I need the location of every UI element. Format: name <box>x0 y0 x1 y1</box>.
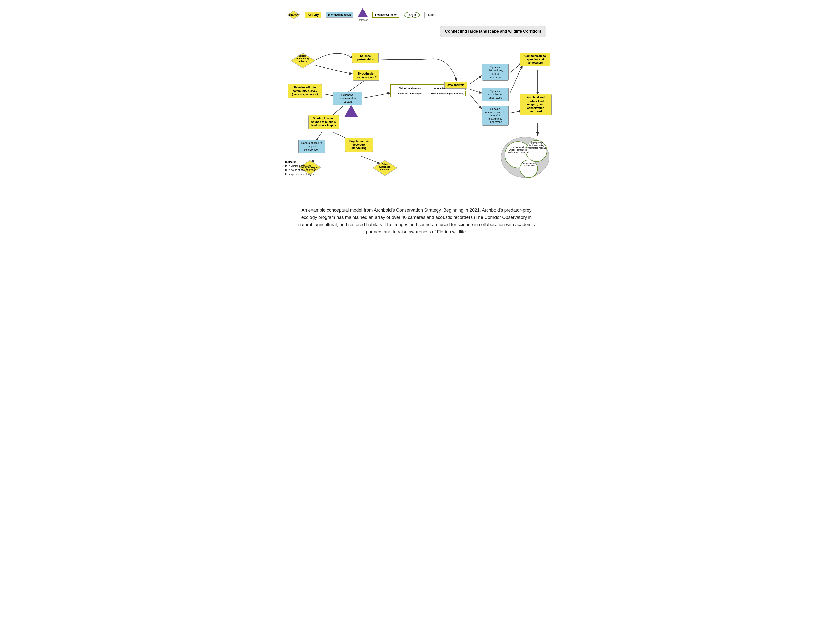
indicator-triangle <box>358 8 368 17</box>
legend-strategy-label: Strategy <box>288 13 299 16</box>
node-communicate: Communicate to agencies and landowners <box>520 53 550 66</box>
node-hypothesis: Hypothesis- driven science? <box>353 70 380 81</box>
svg-line-8 <box>470 94 482 109</box>
indicator-section: Indicator I Ia. # wildlife photo/year Ib… <box>285 160 315 176</box>
legend-activity: Activity <box>305 11 321 18</box>
node-expansive: Expansive, innovative data stream <box>333 92 362 105</box>
node-data-analysis: Data analysis <box>444 82 467 89</box>
biophysical-box: Biophysical factor <box>372 12 399 18</box>
target-box: Target <box>404 11 420 18</box>
legend: Strategy Activity Intermediate result In… <box>283 5 550 40</box>
legend-notes: Notes <box>425 11 440 18</box>
node-popular: Popular media coverage, storytelling <box>345 138 373 152</box>
node-baseline: Baseline wildlife community survey (came… <box>288 84 322 98</box>
svg-line-6 <box>470 75 482 84</box>
legend-strategy: Strategy <box>287 10 301 19</box>
indicator-triangle-node <box>344 105 358 118</box>
target-group: Large, connected, wildlife- compatible l… <box>500 135 550 179</box>
node-restored: Restored landscapes <box>391 91 428 96</box>
node-road: Road interfaces (aspirational) <box>429 91 466 96</box>
conceptual-diagram: Corridor observatory science Baseline wi… <box>283 45 550 196</box>
node-public: Public awareness, education <box>372 160 397 176</box>
notes-box: Notes <box>425 11 440 18</box>
legend-target: Target <box>404 11 420 18</box>
diagram-title: Connecting large landscape and wildlife … <box>440 26 546 37</box>
legend-indicator: Indicator <box>358 8 368 21</box>
node-species-resp: Species' responses (ecol., behav.) to di… <box>482 106 509 126</box>
node-donors: Donors excited to support conservation <box>298 140 325 153</box>
svg-line-4 <box>357 93 391 99</box>
node-science-partnerships: Science partnerships <box>352 53 379 63</box>
node-archbold: Archbold and partner land mngmt., land c… <box>520 94 552 115</box>
node-natural: Natural landscapes <box>391 85 428 90</box>
activity-box: Activity <box>305 11 321 18</box>
svg-line-10 <box>510 65 523 93</box>
legend-intermediate: Intermediate result <box>326 12 353 18</box>
svg-line-7 <box>470 89 482 93</box>
node-species-dist: Species' distributions, habitats underst… <box>482 64 509 81</box>
caption-text: An example conceptual model from Archbol… <box>283 201 550 241</box>
node-corridor: Corridor observatory science <box>290 53 315 69</box>
node-species-abund: Species' abundances understood <box>482 88 509 101</box>
node-sharing: Sharing images, sounds to public & lando… <box>309 115 339 129</box>
legend-biophysical: Biophysical factor <box>372 12 399 18</box>
intermediate-box: Intermediate result <box>326 12 353 18</box>
